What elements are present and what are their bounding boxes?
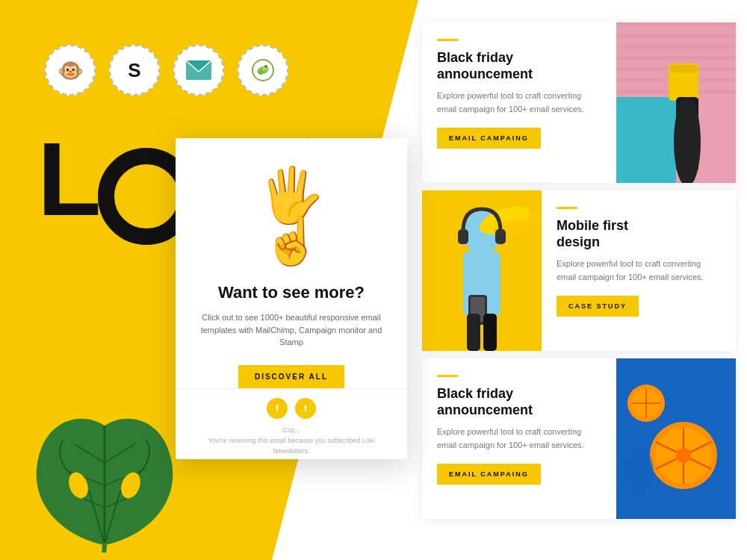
feature-card-3-accent xyxy=(437,375,458,377)
svg-point-40 xyxy=(676,448,691,463)
email-service-icon[interactable] xyxy=(173,45,224,96)
feature-card-1-title: Black fridayannouncement xyxy=(437,50,601,82)
feature-card-2-title: Mobile firstdesign xyxy=(557,218,721,250)
svg-point-7 xyxy=(258,70,263,75)
svg-rect-20 xyxy=(670,65,697,72)
center-email-card: 🖐 ☝️ Want to see more? Click out to see … xyxy=(176,138,407,459)
service-icons-row: 🐵 S xyxy=(45,45,288,96)
feature-card-1-text: Black fridayannouncement Explore powerfu… xyxy=(422,22,616,183)
svg-point-5 xyxy=(256,65,270,76)
svg-point-8 xyxy=(264,65,267,68)
leaf-decoration xyxy=(22,403,187,553)
svg-rect-28 xyxy=(458,229,468,244)
twitter-icon[interactable]: t xyxy=(295,398,316,419)
card-footer: f t Cop... You're receiving this email b… xyxy=(176,388,407,460)
svg-rect-10 xyxy=(616,97,676,183)
stamp-icon[interactable] xyxy=(238,45,288,96)
feature-card-1-image xyxy=(616,22,736,183)
svg-point-22 xyxy=(674,97,701,183)
feature-card-2: Mobile firstdesign Explore powerful tool… xyxy=(422,190,736,351)
email-campaign-button-1[interactable]: EMAIL CAMPAING xyxy=(437,128,541,149)
svg-rect-14 xyxy=(616,56,736,60)
campaign-monitor-icon[interactable]: S xyxy=(109,45,160,96)
feature-card-1-desc: Explore powerful tool to craft convertin… xyxy=(437,90,601,116)
feature-card-2-desc: Explore powerful tool to craft convertin… xyxy=(557,258,721,284)
svg-point-45 xyxy=(624,448,654,493)
card-want-description: Click out to see 1000+ beautiful respons… xyxy=(176,311,407,349)
email-campaign-button-2[interactable]: EMAIL CAMPAING xyxy=(437,464,541,485)
brand-name-l: L xyxy=(37,127,98,231)
social-icons: f t xyxy=(190,398,392,419)
card-want-title: Want to see more? xyxy=(218,283,365,302)
feature-card-3-title: Black fridayannouncement xyxy=(437,386,601,418)
svg-rect-11 xyxy=(616,22,736,26)
facebook-icon[interactable]: f xyxy=(267,398,288,419)
feature-card-2-image xyxy=(422,190,542,351)
feature-card-3: Black fridayannouncement Explore powerfu… xyxy=(422,358,736,519)
svg-rect-12 xyxy=(616,34,736,37)
case-study-button[interactable]: CASE STUDY xyxy=(557,296,639,317)
discover-all-button[interactable]: DISCOVER ALL xyxy=(238,365,344,388)
feature-card-1-accent xyxy=(437,39,458,41)
feature-card-3-desc: Explore powerful tool to craft convertin… xyxy=(437,426,601,452)
svg-rect-13 xyxy=(616,45,736,49)
feature-card-1: Black fridayannouncement Explore powerfu… xyxy=(422,22,736,183)
footer-copyright: Cop... You're receiving this email becau… xyxy=(190,425,392,460)
svg-rect-29 xyxy=(495,229,506,244)
svg-rect-33 xyxy=(483,314,497,351)
feature-card-3-text: Black fridayannouncement Explore powerfu… xyxy=(422,358,616,519)
feature-card-3-image xyxy=(616,358,736,519)
right-panel: Black fridayannouncement Explore powerfu… xyxy=(422,22,736,519)
mailchimp-icon[interactable]: 🐵 xyxy=(45,45,96,96)
pointing-hand-icon: ☝️ xyxy=(263,214,320,268)
feature-card-2-text: Mobile firstdesign Explore powerful tool… xyxy=(542,190,736,351)
svg-rect-32 xyxy=(467,314,480,351)
feature-card-2-accent xyxy=(557,207,577,209)
